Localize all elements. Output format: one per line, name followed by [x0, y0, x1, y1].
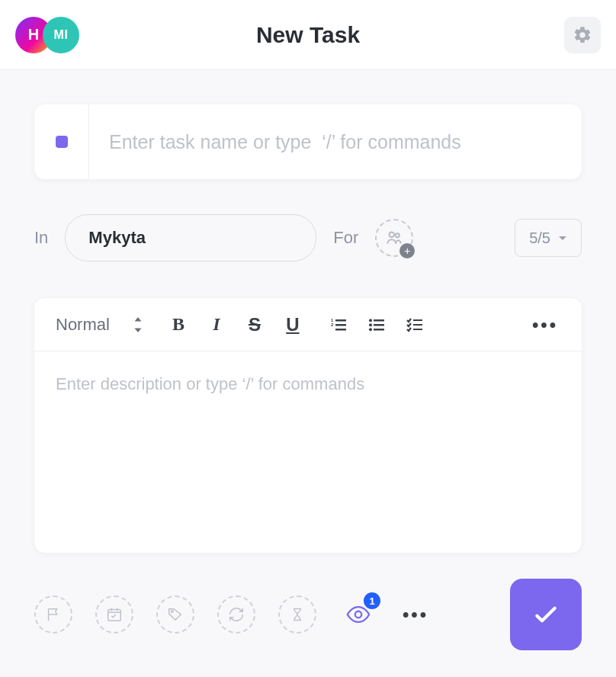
svg-point-17	[172, 611, 173, 612]
description-input[interactable]	[56, 374, 560, 527]
svg-rect-10	[374, 319, 384, 322]
settings-button[interactable]	[564, 17, 601, 53]
plus-icon: +	[399, 243, 415, 258]
bold-button[interactable]: B	[168, 314, 189, 335]
modal-header: H MI New Task	[0, 0, 616, 70]
check-icon	[531, 599, 561, 630]
checklist-button[interactable]	[404, 314, 425, 335]
bullet-list-button[interactable]	[366, 314, 387, 335]
modal-content: In Mykyta For + 5/5 Normal B I S U	[0, 70, 616, 553]
flag-icon	[45, 606, 62, 623]
due-date-button[interactable]	[95, 595, 133, 634]
svg-point-18	[355, 611, 362, 618]
avatar-group: H MI	[15, 17, 79, 53]
tags-button[interactable]	[156, 595, 194, 634]
svg-rect-4	[335, 329, 346, 331]
in-label: In	[34, 228, 48, 248]
caret-down-icon	[558, 233, 567, 242]
dots-icon: •••	[532, 314, 558, 335]
checklist-icon	[406, 316, 424, 334]
toolbar-more-button[interactable]: •••	[530, 314, 560, 335]
calendar-icon	[106, 606, 123, 623]
footer-actions: 1 •••	[34, 579, 582, 650]
bullet-list-icon	[367, 316, 386, 334]
description-editor: Normal B I S U 12 •••	[34, 298, 582, 553]
italic-button[interactable]: I	[206, 314, 227, 335]
text-format-select[interactable]: Normal	[56, 315, 143, 335]
folder-select[interactable]: Mykyta	[65, 214, 316, 261]
svg-point-8	[369, 323, 372, 326]
svg-rect-11	[374, 324, 384, 326]
status-button[interactable]	[34, 104, 89, 179]
task-name-input[interactable]	[89, 104, 582, 179]
svg-point-7	[369, 319, 372, 322]
status-indicator-icon	[56, 136, 68, 148]
more-options-button[interactable]: •••	[400, 595, 431, 634]
text-format-value: Normal	[56, 315, 110, 335]
recurring-button[interactable]	[217, 595, 255, 634]
svg-rect-12	[374, 329, 384, 331]
ordered-list-icon: 12	[329, 316, 348, 334]
task-name-card	[34, 104, 582, 179]
recurring-icon	[228, 606, 245, 623]
priority-flag-button[interactable]	[34, 595, 72, 634]
svg-text:2: 2	[331, 322, 334, 327]
modal-title: New Task	[0, 22, 616, 48]
dots-icon: •••	[403, 604, 428, 625]
hourglass-icon	[290, 606, 305, 623]
svg-point-1	[396, 233, 399, 237]
sort-icon	[133, 317, 143, 332]
watchers-count-badge: 1	[364, 592, 380, 609]
user-avatar[interactable]: MI	[43, 17, 79, 53]
assignee-button[interactable]: +	[375, 219, 413, 257]
svg-point-9	[369, 328, 372, 331]
folder-name: Mykyta	[88, 228, 146, 248]
editor-toolbar: Normal B I S U 12 •••	[34, 298, 582, 351]
priority-select[interactable]: 5/5	[515, 219, 582, 257]
time-estimate-button[interactable]	[278, 595, 316, 634]
editor-body	[34, 351, 582, 553]
location-row: In Mykyta For + 5/5	[34, 214, 582, 261]
priority-value: 5/5	[529, 229, 550, 247]
ordered-list-button[interactable]: 12	[328, 314, 349, 335]
svg-rect-2	[335, 319, 346, 322]
inline-format-group: B I S U	[168, 314, 303, 335]
create-task-button[interactable]	[510, 579, 582, 650]
strike-button[interactable]: S	[244, 314, 265, 335]
svg-point-0	[390, 232, 395, 237]
for-label: For	[333, 228, 358, 248]
underline-button[interactable]: U	[282, 314, 303, 335]
gear-icon	[573, 25, 592, 45]
svg-rect-3	[335, 324, 346, 326]
watchers-button[interactable]: 1	[339, 595, 377, 634]
list-group: 12	[328, 314, 425, 335]
tag-icon	[167, 606, 184, 623]
